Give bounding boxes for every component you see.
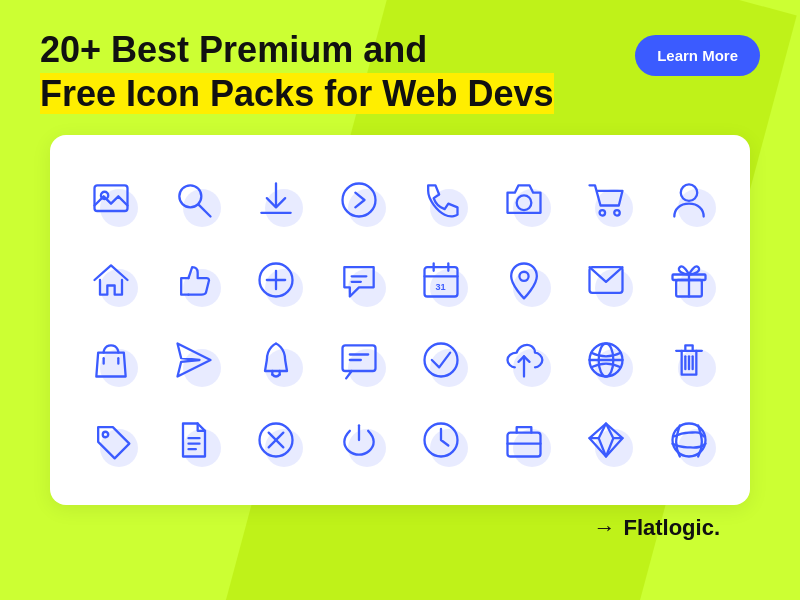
learn-more-button[interactable]: Learn More <box>635 35 760 76</box>
svg-point-7 <box>615 210 621 216</box>
gift-icon <box>654 245 724 315</box>
user-icon <box>654 165 724 235</box>
file-icon <box>159 405 229 475</box>
download-icon <box>241 165 311 235</box>
chat-icon <box>324 245 394 315</box>
location-icon <box>489 245 559 315</box>
camera-icon <box>489 165 559 235</box>
check-circle-icon <box>406 325 476 395</box>
icon-row-2: 31 <box>70 245 730 315</box>
icon-card: 31 <box>50 135 750 505</box>
diamond-icon <box>571 405 641 475</box>
footer-arrow-icon: → <box>593 515 615 541</box>
x-circle-icon <box>241 405 311 475</box>
phone-icon <box>406 165 476 235</box>
message-icon <box>324 325 394 395</box>
power-icon <box>324 405 394 475</box>
svg-marker-52 <box>590 423 623 456</box>
thumbs-up-icon <box>159 245 229 315</box>
plus-circle-icon <box>241 245 311 315</box>
home-icon <box>76 245 146 315</box>
bell-icon <box>241 325 311 395</box>
cart-icon <box>571 165 641 235</box>
image-icon <box>76 165 146 235</box>
svg-text:31: 31 <box>436 282 446 292</box>
svg-point-4 <box>342 183 375 216</box>
svg-line-3 <box>198 204 210 216</box>
svg-point-5 <box>516 195 531 210</box>
footer-logo: Flatlogic. <box>623 515 720 541</box>
title-line2: Free Icon Packs for Web Devs <box>40 73 554 114</box>
tag-icon <box>76 405 146 475</box>
arrow-right-circle-icon <box>324 165 394 235</box>
calendar-icon: 31 <box>406 245 476 315</box>
mail-icon <box>571 245 641 315</box>
icon-row-3 <box>70 325 730 395</box>
svg-point-41 <box>103 432 109 438</box>
title-line1: 20+ Best Premium and <box>40 30 554 70</box>
search-icon <box>159 165 229 235</box>
svg-marker-26 <box>177 343 210 376</box>
send-icon <box>159 325 229 395</box>
footer: → Flatlogic. <box>40 505 760 541</box>
header: 20+ Best Premium and Free Icon Packs for… <box>40 30 760 115</box>
svg-point-8 <box>681 184 698 201</box>
globe-alt-icon <box>654 405 724 475</box>
svg-point-6 <box>600 210 606 216</box>
icon-row-1 <box>70 165 730 235</box>
cloud-upload-icon <box>489 325 559 395</box>
svg-rect-29 <box>342 345 375 371</box>
trash-icon <box>654 325 724 395</box>
title-block: 20+ Best Premium and Free Icon Packs for… <box>40 30 554 115</box>
shopping-bag-icon <box>76 325 146 395</box>
svg-point-33 <box>425 343 458 376</box>
clock-icon <box>406 405 476 475</box>
globe-icon <box>571 325 641 395</box>
svg-rect-0 <box>95 185 128 211</box>
briefcase-icon <box>489 405 559 475</box>
icon-row-4 <box>70 405 730 475</box>
svg-point-19 <box>519 272 528 281</box>
